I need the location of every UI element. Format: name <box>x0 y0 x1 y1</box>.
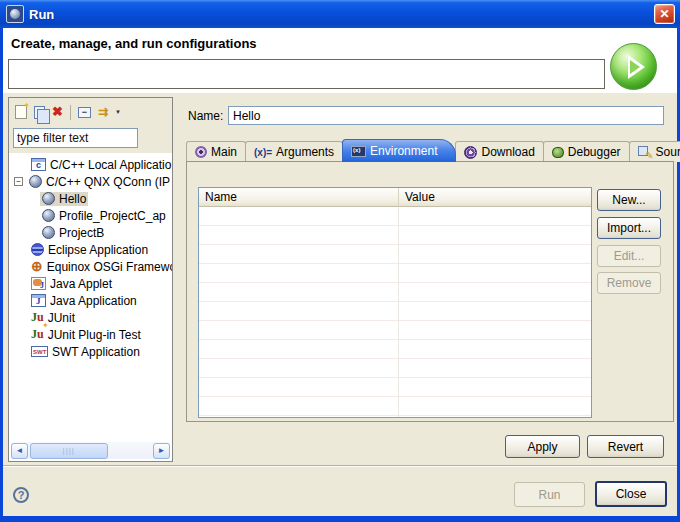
tab-label: Environment <box>370 144 437 158</box>
sparkle-icon: ✦ <box>42 321 49 330</box>
tree-item-projectb[interactable]: ProjectB <box>9 224 172 241</box>
tab-main[interactable]: Main <box>186 141 246 162</box>
message-area <box>8 59 605 89</box>
scrollbar-track[interactable]: |||| <box>28 443 153 459</box>
environment-variables-table[interactable]: Name Value <box>198 187 592 418</box>
tree-item-eclipse-application[interactable]: Eclipse Application <box>9 241 172 258</box>
eclipse-application-icon <box>31 243 44 256</box>
panel-toolbar-area: ✦ ✖ − ⇉ ▼ <box>9 98 172 153</box>
configurations-panel: ✦ ✖ − ⇉ ▼ C/C++ Local Application − <box>8 97 173 462</box>
new-variable-button[interactable]: New... <box>597 189 661 211</box>
help-icon[interactable]: ? <box>13 487 29 503</box>
table-body-empty[interactable] <box>199 207 591 417</box>
tree-item-java-application[interactable]: Java Application <box>9 292 172 309</box>
environment-tab-icon <box>351 146 366 157</box>
name-label: Name: <box>188 109 223 123</box>
tab-label: Debugger <box>568 145 621 159</box>
debugger-tab-icon <box>552 147 564 158</box>
dialog-title-text: Create, manage, and run configurations <box>11 36 257 51</box>
tab-source[interactable]: Source <box>629 141 680 162</box>
dialog-header: Create, manage, and run configurations <box>3 28 677 93</box>
filter-options-icon[interactable]: ⇉ <box>98 106 108 118</box>
scroll-left-icon[interactable]: ◄ <box>11 443 28 459</box>
tab-label: Source <box>656 145 680 159</box>
apply-button[interactable]: Apply <box>505 435 580 458</box>
name-input[interactable] <box>228 106 664 125</box>
tree-item-profile-projectc[interactable]: Profile_ProjectC_ap <box>9 207 172 224</box>
toolbar-separator <box>70 105 71 120</box>
remove-variable-button: Remove <box>597 272 661 294</box>
qnx-config-icon <box>29 175 42 188</box>
tab-arguments[interactable]: (x)= Arguments <box>245 141 343 162</box>
java-application-icon <box>31 294 46 307</box>
main-tab-icon <box>195 146 207 158</box>
tree-item-junit-plugin-test[interactable]: ✦ JUnit Plug-in Test <box>9 326 172 343</box>
tab-label: Main <box>211 145 237 159</box>
tree-item-hello[interactable]: Hello <box>9 190 172 207</box>
qnx-config-icon <box>42 226 55 239</box>
java-applet-icon <box>31 277 46 290</box>
tree-item-java-applet[interactable]: Java Applet <box>9 275 172 292</box>
tree-item-junit[interactable]: JUnit <box>9 309 172 326</box>
tab-environment[interactable]: Environment <box>342 139 456 162</box>
equinox-framework-icon: ⊕ <box>31 260 43 273</box>
arguments-tab-icon: (x)= <box>254 147 272 158</box>
filter-dropdown-icon[interactable]: ▼ <box>115 109 121 115</box>
column-header-value[interactable]: Value <box>399 188 591 207</box>
scroll-right-icon[interactable]: ► <box>153 443 170 459</box>
tree-item-cpp-qnx-qconn[interactable]: − C/C++ QNX QConn (IP <box>9 173 172 190</box>
title-bar: Run ✕ <box>0 0 680 28</box>
configuration-detail-panel: Name: Main (x)= Arguments Environment D <box>178 97 674 462</box>
qnx-config-icon <box>42 209 55 222</box>
collapse-node-icon[interactable]: − <box>14 177 23 186</box>
tab-label: Download <box>481 145 534 159</box>
close-window-icon[interactable]: ✕ <box>654 4 675 24</box>
tab-label: Arguments <box>276 145 334 159</box>
tree-item-swt-application[interactable]: SWT Application <box>9 343 172 360</box>
configurations-toolbar: ✦ ✖ − ⇉ ▼ <box>13 101 168 123</box>
window-title: Run <box>29 7 54 22</box>
tab-debugger[interactable]: Debugger <box>543 141 630 162</box>
configuration-tabs: Main (x)= Arguments Environment Download… <box>186 139 680 162</box>
tree-item-cpp-local-application[interactable]: C/C++ Local Application <box>9 156 172 173</box>
run-button: Run <box>514 482 585 507</box>
import-variable-button[interactable]: Import... <box>597 217 661 239</box>
new-configuration-icon[interactable]: ✦ <box>15 105 27 119</box>
tab-download[interactable]: Download <box>455 141 543 162</box>
source-tab-icon <box>638 146 652 159</box>
junit-plugin-icon: ✦ <box>31 327 44 342</box>
run-banner-icon <box>610 43 657 90</box>
filter-input[interactable] <box>13 128 138 148</box>
delete-configuration-icon[interactable]: ✖ <box>52 105 63 119</box>
run-dialog-window: Run ✕ Create, manage, and run configurat… <box>0 0 680 522</box>
sparkle-icon: ✦ <box>23 101 30 110</box>
duplicate-configuration-icon[interactable] <box>34 106 45 119</box>
footer-bar: ? Run Close <box>3 467 677 516</box>
tree-horizontal-scrollbar[interactable]: ◄ |||| ► <box>11 442 170 459</box>
swt-application-icon <box>31 346 48 357</box>
column-divider <box>398 207 399 417</box>
dialog-body: ✦ ✖ − ⇉ ▼ C/C++ Local Application − <box>3 93 677 465</box>
c-application-icon <box>31 158 46 171</box>
column-header-name[interactable]: Name <box>199 188 399 207</box>
table-header-row: Name Value <box>199 188 591 207</box>
collapse-all-icon[interactable]: − <box>78 107 91 118</box>
scrollbar-thumb[interactable]: |||| <box>30 443 108 459</box>
qnx-config-icon <box>42 192 55 205</box>
close-button[interactable]: Close <box>595 481 667 507</box>
edit-variable-button: Edit... <box>597 245 661 267</box>
run-dialog-icon <box>6 5 24 23</box>
environment-tab-content: Name Value New... Import... Edit... Remo… <box>186 161 674 422</box>
revert-button[interactable]: Revert <box>587 435 664 458</box>
download-tab-icon <box>464 146 477 159</box>
configurations-tree: C/C++ Local Application − C/C++ QNX QCon… <box>9 153 172 441</box>
tree-item-equinox-osgi[interactable]: ⊕ Equinox OSGi Framewo <box>9 258 172 275</box>
